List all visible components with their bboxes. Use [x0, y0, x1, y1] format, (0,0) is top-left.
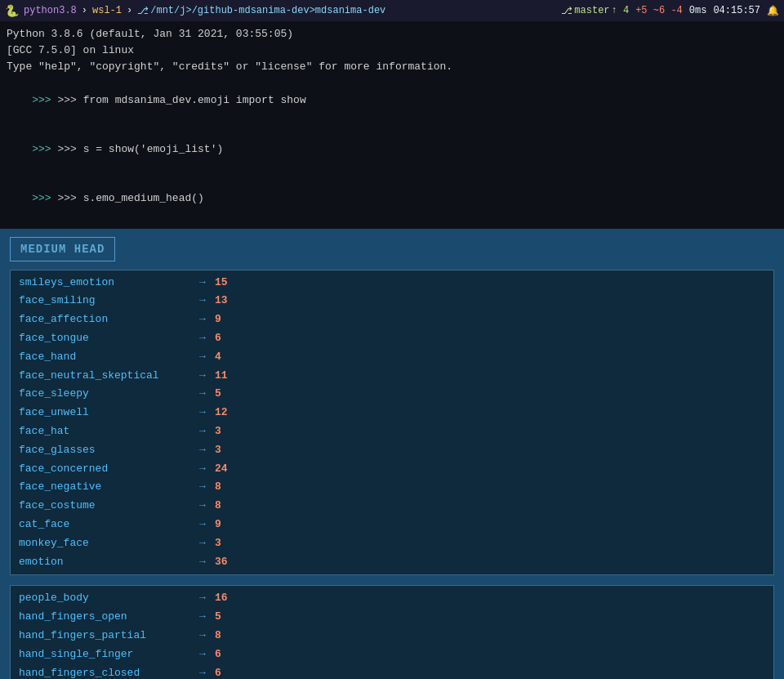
table-row: people_body → 16	[11, 589, 773, 608]
emoji-name: face_negative	[19, 479, 190, 496]
emoji-count: 12	[215, 404, 228, 422]
table-row: face_sleepy → 5	[11, 385, 773, 404]
emoji-name: smileys_emotion	[19, 275, 190, 292]
emoji-name: face_smiling	[19, 293, 190, 310]
terminal-output: Python 3.8.6 (default, Jan 31 2021, 03:5…	[0, 21, 784, 229]
emoji-count: 11	[215, 368, 228, 385]
emoji-table-2: people_body → 16 hand_fingers_open → 5 h…	[10, 585, 774, 679]
emoji-count: 8	[215, 498, 221, 515]
table-row: smileys_emotion → 15	[11, 274, 773, 293]
emoji-table-1: smileys_emotion → 15 face_smiling → 13 f…	[10, 270, 774, 576]
arrow-icon: →	[190, 423, 215, 440]
term-line-3: Type "help", "copyright", "credits" or "…	[7, 59, 777, 75]
term-line-4: >>> >>> from mdsanima_dev.emoji import s…	[7, 75, 777, 124]
arrow-icon: →	[190, 349, 215, 366]
table-row: face_smiling → 13	[11, 292, 773, 310]
emoji-count: 13	[215, 293, 228, 310]
emoji-name: cat_face	[19, 516, 190, 534]
arrow-icon: →	[190, 275, 215, 292]
arrow-icon: →	[190, 311, 215, 328]
emoji-count: 4	[215, 349, 221, 366]
branch-segment: ⎇ master ↑ 4	[561, 5, 629, 17]
app-name: python3.8	[24, 5, 77, 16]
emoji-count: 6	[215, 665, 221, 679]
table-row: hand_fingers_closed → 6	[11, 664, 773, 679]
arrow-icon: →	[190, 628, 215, 645]
table-row: face_concerned → 24	[11, 460, 773, 479]
emoji-name: face_glasses	[19, 442, 190, 459]
emoji-name: face_sleepy	[19, 386, 190, 403]
table-row: cat_face → 9	[11, 516, 773, 534]
emoji-count: 24	[215, 461, 228, 478]
emoji-name: face_affection	[19, 311, 190, 328]
clock: 04:15:57	[713, 5, 760, 16]
term-line-6: >>> >>> s.emo_medium_head()	[7, 174, 777, 223]
top-bar: 🐍 python3.8 › wsl-1 › ⎇ /mnt/j>/github-m…	[0, 0, 784, 21]
arrow-icon: →	[190, 479, 215, 496]
emoji-name: hand_fingers_closed	[19, 665, 190, 679]
section-label: MEDIUM HEAD	[10, 237, 115, 261]
emoji-count: 5	[215, 609, 221, 626]
emoji-name: people_body	[19, 590, 190, 607]
emoji-name: emotion	[19, 554, 190, 571]
emoji-count: 9	[215, 516, 221, 534]
alert-icon: 🔔	[767, 5, 779, 17]
emoji-name: face_hat	[19, 423, 190, 440]
table-row: face_glasses → 3	[11, 441, 773, 460]
table-row: face_neutral_skeptical → 11	[11, 367, 773, 386]
table-row: hand_fingers_partial → 8	[11, 627, 773, 645]
git-stats: +5 ~6 -4	[635, 5, 683, 16]
arrow-icon: →	[190, 646, 215, 663]
table-row: face_unwell → 12	[11, 404, 773, 422]
arrow-icon: →	[190, 404, 215, 422]
emoji-name: monkey_face	[19, 535, 190, 552]
emoji-name: hand_fingers_partial	[19, 628, 190, 645]
panel-area: MEDIUM HEAD smileys_emotion → 15 face_sm…	[0, 229, 784, 679]
arrow-icon: →	[190, 516, 215, 534]
python-icon: 🐍	[5, 4, 19, 18]
separator1: ›	[82, 5, 87, 16]
emoji-name: face_costume	[19, 498, 190, 515]
separator2: ›	[127, 5, 132, 16]
emoji-name: hand_single_finger	[19, 646, 190, 663]
arrow-icon: →	[190, 293, 215, 310]
table-row: face_negative → 8	[11, 478, 773, 497]
table-row: hand_single_finger → 6	[11, 645, 773, 664]
emoji-count: 6	[215, 330, 221, 347]
arrow-icon: →	[190, 368, 215, 385]
table-row: emotion → 36	[11, 553, 773, 572]
arrow-icon: →	[190, 609, 215, 626]
emoji-count: 36	[215, 554, 228, 571]
arrow-icon: →	[190, 665, 215, 679]
table-row: face_tongue → 6	[11, 329, 773, 348]
term-line-1: Python 3.8.6 (default, Jan 31 2021, 03:5…	[7, 26, 777, 42]
emoji-count: 9	[215, 311, 221, 328]
emoji-count: 15	[215, 275, 228, 292]
path-segment: ⎇ /mnt/j>/github-mdsanima-dev>mdsanima-d…	[137, 5, 385, 17]
emoji-count: 5	[215, 386, 221, 403]
emoji-name: face_hand	[19, 349, 190, 366]
emoji-name: hand_fingers_open	[19, 609, 190, 626]
arrow-icon: →	[190, 554, 215, 571]
emoji-count: 8	[215, 479, 221, 496]
term-line-2: [GCC 7.5.0] on linux	[7, 42, 777, 59]
table-row: monkey_face → 3	[11, 534, 773, 553]
emoji-name: face_neutral_skeptical	[19, 368, 190, 385]
emoji-name: face_unwell	[19, 404, 190, 422]
arrow-icon: →	[190, 590, 215, 607]
table-row: face_hat → 3	[11, 422, 773, 441]
emoji-count: 16	[215, 590, 228, 607]
arrow-icon: →	[190, 330, 215, 347]
table-row: face_hand → 4	[11, 348, 773, 367]
arrow-icon: →	[190, 535, 215, 552]
arrow-icon: →	[190, 386, 215, 403]
time-ms: 0ms	[689, 5, 707, 16]
arrow-icon: →	[190, 442, 215, 459]
table-row: hand_fingers_open → 5	[11, 608, 773, 627]
emoji-name: face_concerned	[19, 461, 190, 478]
wsl-label: wsl-1	[92, 5, 122, 16]
term-line-5: >>> >>> s = show('emoji_list')	[7, 125, 777, 174]
emoji-count: 6	[215, 646, 221, 663]
emoji-count: 8	[215, 628, 221, 645]
emoji-count: 3	[215, 535, 221, 552]
